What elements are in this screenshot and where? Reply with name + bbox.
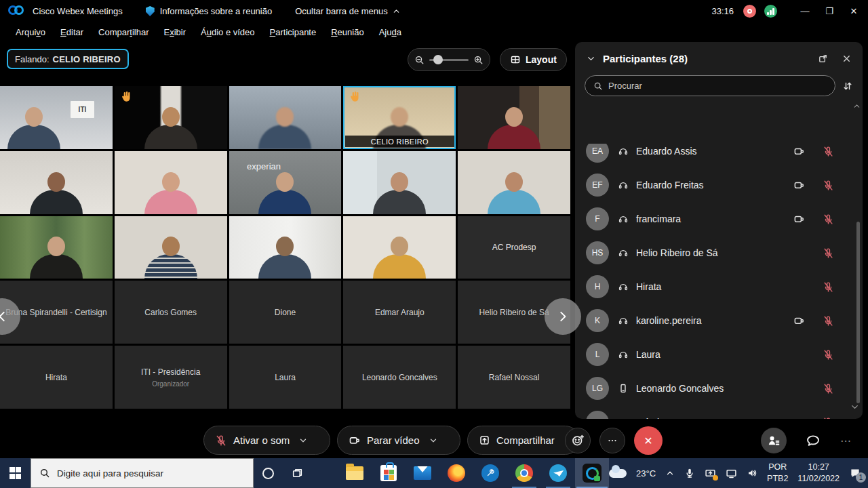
microphone-muted-icon bbox=[215, 434, 227, 447]
chat-button[interactable] bbox=[800, 428, 826, 453]
chevron-down-icon[interactable] bbox=[298, 436, 308, 445]
participant-row-helio-ribeiro-de-s-[interactable]: HSHelio Ribeiro de Sá bbox=[575, 236, 854, 270]
scrollbar-thumb[interactable] bbox=[856, 222, 860, 403]
video-tile-pink[interactable] bbox=[115, 151, 227, 214]
share-content-button[interactable]: Compartilhar bbox=[467, 426, 580, 455]
menu-item-editar[interactable]: Editar bbox=[53, 24, 91, 40]
stop-video-button[interactable]: Parar vídeo bbox=[337, 426, 460, 455]
close-panel-icon[interactable] bbox=[842, 54, 852, 64]
name-tile-leonardo-goncalves[interactable]: Leonardo Goncalves bbox=[343, 346, 456, 409]
tray-network-icon[interactable] bbox=[726, 468, 737, 479]
name-tile-rafael-nossal[interactable]: Rafael Nossal bbox=[458, 346, 570, 409]
more-options-button[interactable] bbox=[599, 428, 625, 453]
name-tile-iti-presid-ncia[interactable]: ITI - PresidênciaOrganizador bbox=[115, 346, 227, 409]
participant-row-hirata[interactable]: HHirata bbox=[575, 270, 854, 304]
menu-item-exibir[interactable]: Exibir bbox=[157, 24, 194, 40]
close-window-button[interactable]: ✕ bbox=[844, 3, 864, 20]
video-tile-dark-window[interactable] bbox=[115, 86, 227, 149]
leave-meeting-button[interactable]: ✕ bbox=[634, 426, 663, 455]
video-tile-experian[interactable]: experian bbox=[229, 151, 342, 214]
menu-item-arquivo[interactable]: Arquivo bbox=[8, 24, 53, 40]
pop-out-panel-icon[interactable] bbox=[818, 54, 828, 64]
menu-item-reuni-o[interactable]: Reunião bbox=[323, 24, 371, 40]
next-page-arrow-button[interactable] bbox=[545, 298, 581, 335]
language-indicator[interactable]: PORPTB2 bbox=[767, 462, 788, 485]
taskbar-clock[interactable]: 10:2711/02/2022 bbox=[797, 462, 840, 485]
taskbar-app-file-explorer[interactable] bbox=[338, 458, 372, 488]
microphone-muted-icon bbox=[823, 180, 834, 191]
participant-row-leonardo-goncalves[interactable]: LGLeonardo Goncalves bbox=[575, 371, 854, 405]
video-tile-celio-ribeiro[interactable]: CELIO RIBEIRO bbox=[343, 86, 456, 149]
recording-indicator-icon bbox=[743, 5, 756, 18]
participant-row-karoline-pereira[interactable]: Kkaroline.pereira bbox=[575, 304, 854, 338]
tray-volume-icon[interactable] bbox=[747, 468, 757, 479]
video-tile-office2[interactable] bbox=[343, 151, 456, 214]
camera-icon bbox=[349, 434, 361, 447]
menu-item-compartilhar[interactable]: Compartilhar bbox=[91, 24, 156, 40]
chevron-down-icon[interactable] bbox=[429, 436, 438, 445]
participant-row-eduardo-freitas[interactable]: EFEduardo Freitas bbox=[575, 168, 854, 202]
zoom-slider[interactable] bbox=[429, 59, 469, 61]
video-tile-blur-blue[interactable] bbox=[229, 86, 342, 149]
video-tile-trees[interactable] bbox=[0, 216, 113, 279]
taskbar-app-telegram[interactable] bbox=[541, 458, 575, 488]
zoom-in-icon[interactable] bbox=[473, 55, 484, 65]
taskbar-app-tools[interactable] bbox=[473, 458, 507, 488]
maximize-button[interactable]: ❐ bbox=[819, 3, 840, 20]
hide-menu-bar-button[interactable]: Ocultar barra de menus bbox=[295, 6, 401, 16]
name-tile-edmar-araujo[interactable]: Edmar Araujo bbox=[343, 281, 456, 344]
participants-search-input[interactable]: Procurar bbox=[585, 75, 835, 96]
weather-icon[interactable] bbox=[609, 469, 627, 478]
zoom-out-icon[interactable] bbox=[414, 55, 425, 65]
cortana-button[interactable] bbox=[254, 458, 283, 488]
menu-item--udio-e-v-deo[interactable]: Áudio e vídeo bbox=[193, 24, 262, 40]
start-button[interactable] bbox=[0, 458, 31, 488]
taskbar-app-microsoft-store[interactable] bbox=[372, 458, 406, 488]
participant-silhouette bbox=[373, 237, 426, 279]
speaking-name: CELIO RIBEIRO bbox=[53, 54, 121, 64]
unmute-button[interactable]: Ativar o som bbox=[203, 426, 330, 455]
menu-item-participante[interactable]: Participante bbox=[262, 24, 324, 40]
taskbar-app-webex[interactable] bbox=[575, 458, 609, 488]
task-view-button[interactable] bbox=[283, 458, 312, 488]
participant-row-laura[interactable]: LLaura bbox=[575, 338, 854, 371]
name-tile-laura[interactable]: Laura bbox=[229, 346, 342, 409]
tray-expand-chevron-icon[interactable] bbox=[665, 468, 675, 478]
layout-button[interactable]: Layout bbox=[500, 48, 567, 71]
participant-row-m-rcio-nunes[interactable]: MNMárcio Nunes bbox=[575, 405, 854, 419]
taskbar-app-chrome[interactable] bbox=[507, 458, 541, 488]
taskbar-app-mail[interactable] bbox=[406, 458, 439, 488]
raised-hand-icon bbox=[120, 90, 133, 103]
notification-center-button[interactable]: 1 bbox=[849, 467, 861, 479]
taskbar-search-input[interactable]: Digite aqui para pesquisar bbox=[31, 458, 254, 488]
video-tile-light-room[interactable] bbox=[0, 151, 113, 214]
weather-temperature[interactable]: 23°C bbox=[636, 468, 656, 479]
connection-quality-icon bbox=[764, 5, 777, 18]
video-tile-office-iti[interactable]: ITI bbox=[0, 86, 113, 149]
scroll-up-icon[interactable] bbox=[852, 102, 861, 110]
tray-microphone-icon[interactable] bbox=[684, 468, 695, 479]
video-tile-woman-yellow[interactable] bbox=[343, 216, 456, 279]
zoom-slider-knob[interactable] bbox=[433, 55, 443, 64]
more-panels-button[interactable]: ⋯ bbox=[833, 428, 859, 453]
video-tile-striped[interactable] bbox=[115, 216, 227, 279]
video-tile-woman-red[interactable] bbox=[458, 86, 570, 149]
scroll-down-icon[interactable] bbox=[850, 402, 860, 412]
name-tile-dione[interactable]: Dione bbox=[229, 281, 342, 344]
label-tile-ac-prodesp[interactable]: AC Prodesp bbox=[458, 216, 570, 279]
participants-toggle-button[interactable] bbox=[761, 428, 787, 453]
chevron-down-icon[interactable] bbox=[586, 54, 596, 64]
sort-participants-button[interactable] bbox=[842, 81, 853, 92]
reactions-button[interactable] bbox=[565, 428, 591, 453]
tray-screenshare-icon[interactable] bbox=[705, 468, 716, 479]
minimize-button[interactable]: — bbox=[795, 3, 815, 20]
participant-row-francimara[interactable]: Ffrancimara bbox=[575, 202, 854, 236]
participant-row-eduardo-assis[interactable]: EAEduardo Assis bbox=[575, 144, 854, 168]
menu-item-ajuda[interactable]: Ajuda bbox=[372, 24, 409, 40]
name-tile-carlos-gomes[interactable]: Carlos Gomes bbox=[115, 281, 227, 344]
name-tile-hirata[interactable]: Hirata bbox=[0, 346, 113, 409]
video-tile-down[interactable] bbox=[229, 216, 342, 279]
taskbar-app-firefox[interactable] bbox=[439, 458, 473, 488]
meeting-info-label[interactable]: Informações sobre a reunião bbox=[160, 6, 272, 16]
video-tile-woman-blue[interactable] bbox=[458, 151, 570, 214]
